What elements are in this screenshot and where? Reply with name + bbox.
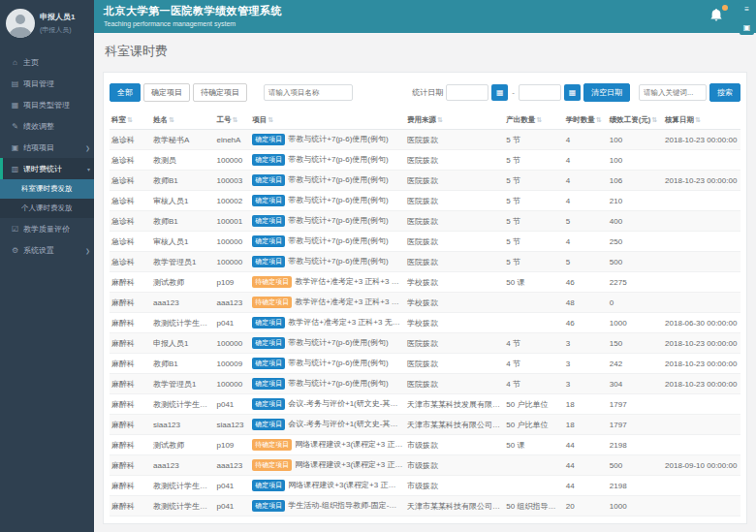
project-status-badge[interactable]: 待确定项目 [252, 276, 292, 288]
sort-icon[interactable]: ⇅ [169, 116, 174, 123]
table-row[interactable]: 急诊科 教学秘书A einehA 确定项目带教与统计+7(p-6)使用(例句) … [110, 130, 740, 150]
sort-icon[interactable]: ⇅ [695, 116, 701, 123]
project-status-badge[interactable]: 确定项目 [252, 398, 285, 410]
end-calendar-button[interactable]: ▦ [564, 84, 581, 101]
table-row[interactable]: 麻醉科 申报人员1 100000 确定项目带教与统计+7(p-6)使用(例句) … [110, 333, 740, 354]
table-row[interactable]: 急诊科 审核人员1 100002 确定项目带教与统计+7(p-6)使用(例句) … [110, 191, 740, 211]
cell-employee-id: p041 [214, 476, 250, 496]
project-status-badge[interactable]: 确定项目 [252, 358, 285, 369]
table-row[interactable]: 麻醉科 教师B1 100009 确定项目带教与统计+7(p-6)使用(例句) 医… [110, 354, 740, 374]
sidebar-item[interactable]: ☑ 教学质量评价 [0, 218, 94, 239]
layout-toggle-button[interactable]: ≡ [740, 2, 754, 16]
project-status-badge[interactable]: 待确定项目 [252, 459, 292, 471]
project-status-badge[interactable]: 确定项目 [252, 419, 285, 430]
cell-fund-source: 医院拨款 [405, 252, 504, 272]
sidebar-item[interactable]: ⚙ 系统设置 ❯ [0, 239, 94, 261]
project-status-badge[interactable]: 确定项目 [252, 378, 285, 390]
column-header[interactable]: 产出数量⇅ [504, 111, 563, 130]
search-button[interactable]: 搜索 [709, 83, 740, 102]
cell-employee-id: 100001 [214, 211, 250, 232]
sort-icon[interactable]: ⇅ [536, 116, 542, 123]
sidebar-item-label: 结项项目 [23, 142, 54, 153]
start-date-input[interactable] [446, 84, 488, 101]
project-status-badge[interactable]: 待确定项目 [252, 439, 292, 451]
end-date-input[interactable] [519, 84, 561, 101]
table-row[interactable]: 麻醉科 教测统计学生办公室A p041 确定项目网络课程建设+3(课程定+3 正… [110, 476, 740, 496]
project-name-input[interactable] [264, 84, 353, 101]
project-status-badge[interactable]: 确定项目 [252, 337, 285, 349]
user-profile[interactable]: 申报人员1 (申报人员) [0, 0, 94, 47]
column-header[interactable]: 姓名⇅ [151, 111, 215, 130]
start-calendar-button[interactable]: ▦ [491, 84, 508, 101]
filter-confirmed-button[interactable]: 确定项目 [143, 83, 190, 102]
keyword-input[interactable] [639, 84, 707, 101]
cell-hours-qty: 4 [564, 171, 608, 191]
table-row[interactable]: 麻醉科 教测统计学生办公室A p041 确定项目教学评估+准考定+3 正科+3 … [110, 313, 740, 333]
sidebar-item[interactable]: 个人课时费发放 [0, 199, 94, 218]
sidebar-item[interactable]: ▥ 课时费统计 ▾ [0, 158, 94, 179]
notification-bell-icon[interactable] [709, 8, 725, 23]
sort-icon[interactable]: ⇅ [127, 116, 133, 123]
sidebar-item[interactable]: ▤ 项目管理 [0, 73, 94, 94]
table-row[interactable]: 麻醉科 siaa123 siaa123 确定项目会议-考务与评价+1(研文史-其… [110, 415, 740, 435]
cell-department: 麻醉科 [110, 333, 151, 354]
table-row[interactable]: 麻醉科 测试教师 p109 待确定项目网络课程建设+3(课程定+3 正科+3 学… [110, 435, 740, 455]
cell-output-qty [504, 313, 563, 333]
project-status-badge[interactable]: 确定项目 [252, 195, 285, 206]
project-status-badge[interactable]: 确定项目 [252, 317, 285, 329]
sidebar-item[interactable]: 科室课时费发放 [0, 179, 94, 199]
table-row[interactable]: 麻醉科 教学管理员1 100000 确定项目带教与统计+7(p-6)使用(例句)… [110, 374, 740, 394]
sidebar-item[interactable]: ✎ 绩效调整 [0, 115, 94, 137]
sort-icon[interactable]: ⇅ [232, 116, 237, 123]
column-header[interactable]: 工号⇅ [214, 111, 250, 130]
cell-department: 麻醉科 [110, 496, 151, 516]
filter-unconfirmed-button[interactable]: 待确定项目 [193, 83, 247, 102]
sidebar-item[interactable]: ▣ 结项项目 ❯ [0, 137, 94, 158]
cell-department: 麻醉科 [110, 415, 151, 435]
table-row[interactable]: 急诊科 教师B1 100003 确定项目带教与统计+7(p-6)使用(例句) 医… [110, 171, 740, 191]
project-status-badge[interactable]: 待确定项目 [252, 297, 292, 308]
sidebar-item[interactable]: ⌂ 主页 [0, 51, 94, 73]
sort-icon[interactable]: ⇅ [651, 116, 657, 123]
menu-icon: ▦ [11, 101, 19, 110]
column-header[interactable]: 核算日期⇅ [663, 111, 740, 130]
table-row[interactable]: 麻醉科 教测统计学生办公室A p041 确定项目会议-考务与评价+1(研文史-其… [110, 394, 740, 415]
project-status-badge[interactable]: 确定项目 [252, 154, 285, 166]
sidebar-item-label: 课时费统计 [23, 164, 62, 174]
sort-icon[interactable]: ⇅ [268, 116, 273, 123]
table-row[interactable]: 麻醉科 aaa123 aaa123 待确定项目教学评估+准考定+3 正科+3 无… [110, 293, 740, 313]
cell-project: 待确定项目网络课程建设+3(课程定+3 正科+3 学员) [250, 455, 405, 476]
project-name: 带教与统计+7(p-6)使用(例句) [288, 135, 388, 143]
sort-icon[interactable]: ⇅ [596, 116, 602, 123]
sidebar-item[interactable]: ▦ 项目类型管理 [0, 94, 94, 115]
project-status-badge[interactable]: 确定项目 [252, 500, 285, 512]
filter-all-button[interactable]: 全部 [110, 83, 141, 102]
column-header[interactable]: 项目⇅ [250, 111, 405, 130]
table-row[interactable]: 急诊科 教测员 100000 确定项目带教与统计+7(p-6)使用(例句) 医院… [110, 150, 740, 171]
cell-department: 麻醉科 [110, 455, 151, 476]
table-row[interactable]: 麻醉科 测试教师 p109 待确定项目教学评估+准考定+3 正科+3 无编制人 … [110, 272, 740, 293]
layout-toggle-button[interactable]: ▣ [740, 20, 754, 35]
project-status-badge[interactable]: 确定项目 [252, 256, 285, 267]
project-name: 带教与统计+7(p-6)使用(例句) [288, 359, 388, 367]
table-row[interactable]: 急诊科 教师B1 100001 确定项目带教与统计+7(p-6)使用(例句) 医… [110, 211, 740, 232]
cell-name: 教师B1 [151, 354, 215, 374]
column-header[interactable]: 学时数量⇅ [564, 111, 608, 130]
project-status-badge[interactable]: 确定项目 [252, 215, 285, 227]
project-status-badge[interactable]: 确定项目 [252, 235, 285, 247]
clear-dates-button[interactable]: 清空日期 [583, 83, 630, 102]
table-row[interactable]: 急诊科 教学管理员1 100000 确定项目带教与统计+7(p-6)使用(例句)… [110, 252, 740, 272]
project-status-badge[interactable]: 确定项目 [252, 480, 285, 491]
table-row[interactable]: 急诊科 审核人员1 100000 确定项目带教与统计+7(p-6)使用(例句) … [110, 232, 740, 252]
cell-name: 教学管理员1 [151, 252, 215, 272]
table-row[interactable]: 麻醉科 aaa123 aaa123 待确定项目网络课程建设+3(课程定+3 正科… [110, 455, 740, 476]
cell-fund-source: 天津市某某科技发展有限公司成功项目 [405, 394, 504, 415]
cell-hours-qty: 44 [564, 435, 608, 455]
column-header[interactable]: 费用来源⇅ [405, 111, 504, 130]
table-row[interactable]: 麻醉科 教测统计学生办公室A p041 确定项目学生活动-组织指导教师-固定-学… [110, 496, 740, 516]
column-header[interactable]: 科室⇅ [110, 111, 151, 130]
project-status-badge[interactable]: 确定项目 [252, 134, 285, 145]
project-status-badge[interactable]: 确定项目 [252, 174, 285, 186]
column-header[interactable]: 绩效工资(元)⇅ [608, 111, 663, 130]
sort-icon[interactable]: ⇅ [437, 116, 443, 123]
